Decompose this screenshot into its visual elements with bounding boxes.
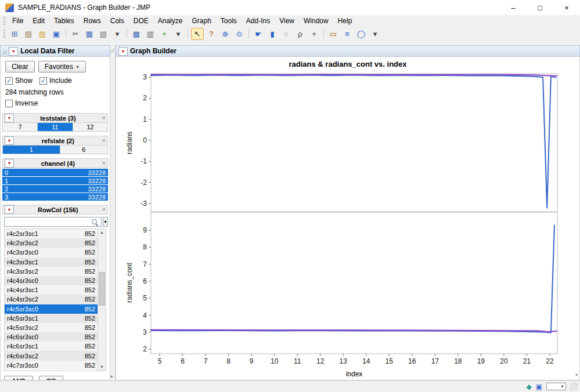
shape-dropdown-icon[interactable]: ▾ (369, 28, 381, 40)
collapse-triangle-icon[interactable]: ◿ (110, 48, 114, 53)
copy-icon[interactable]: ▦ (83, 28, 96, 40)
add-graph-icon[interactable]: + (158, 28, 171, 40)
view-selector[interactable]: ▼ (546, 383, 566, 390)
menu-grip[interactable] (3, 17, 5, 25)
paste-dropdown-icon[interactable]: ▾ (111, 28, 124, 40)
rowcol-list-item[interactable]: r4c5sr3sc1852 (5, 314, 98, 323)
rowcol-list-item[interactable]: r4c6sr3sc0852 (5, 332, 98, 342)
close-icon[interactable]: × (102, 206, 106, 213)
rowcol-list-item[interactable]: r4c3sr3sc0852 (5, 248, 98, 257)
annotate-tool-icon[interactable]: ▭ (327, 28, 340, 40)
rowcol-list-item[interactable]: r4c4sr3sc0852 (5, 276, 98, 285)
magnifier-tool-icon[interactable]: ρ (294, 28, 307, 40)
channel-row[interactable]: 0 33228 (2, 169, 108, 176)
collapse-triangle-icon[interactable]: ◿ (3, 49, 6, 54)
rowcol-list-item[interactable]: r4c3sr3sc2852 (5, 267, 98, 276)
open-icon[interactable]: ▥ (36, 28, 49, 40)
close-icon[interactable]: × (102, 115, 106, 121)
show-checkbox[interactable]: ✓ Show (5, 77, 33, 85)
refstate-segment-6[interactable]: 6 (60, 146, 107, 154)
menu-graph[interactable]: Graph (187, 16, 215, 26)
refstate-red-triangle-menu[interactable]: ▼ (5, 136, 14, 145)
rowcol-list-item[interactable]: r4c2sr3sc2852 (5, 238, 98, 248)
menu-edit[interactable]: Edit (28, 16, 49, 26)
menu-view[interactable]: View (275, 16, 299, 26)
scroll-down-icon[interactable]: ▾ (110, 374, 113, 379)
arrow-tool-icon[interactable]: ↖ (191, 28, 204, 40)
menu-tables[interactable]: Tables (49, 16, 79, 26)
resize-grip[interactable] (570, 383, 578, 390)
maximize-button[interactable]: □ (527, 0, 553, 15)
favorites-button[interactable]: Favorites ▼ (38, 61, 86, 72)
minimize-button[interactable]: – (500, 0, 527, 15)
rowcol-scrollbar[interactable]: ▴ ▾ (98, 229, 106, 371)
teststate-red-triangle-menu[interactable]: ▼ (5, 114, 14, 122)
channel-red-triangle-menu[interactable]: ▼ (5, 159, 14, 168)
table-view-icon[interactable]: ▩ (130, 28, 143, 40)
close-button[interactable]: × (553, 0, 580, 15)
refstate-segment-1[interactable]: 1 (3, 146, 60, 154)
menu-window[interactable]: Window (299, 16, 333, 26)
rowcol-list-item[interactable]: r4c3sr3sc1852 (5, 257, 98, 267)
new-data-table-icon[interactable]: ⊞ (8, 28, 21, 40)
menu-doe[interactable]: DOE (129, 16, 153, 26)
crosshair-tool-icon[interactable]: + (308, 28, 320, 40)
rowcol-list-item-selected[interactable]: r4c5sr3sc0852 (5, 304, 98, 314)
and-button[interactable]: AND (4, 376, 33, 380)
channel-row[interactable]: 1 33228 (2, 177, 108, 184)
new-journal-icon[interactable]: ▤ (22, 28, 35, 40)
close-icon[interactable]: × (102, 137, 106, 144)
panel-splitter[interactable]: ◿ ▾ (110, 45, 115, 380)
graph-canvas[interactable]: 3210-1-2-3987654325678910111213141516171… (116, 57, 580, 380)
cut-icon[interactable]: ✂ (69, 28, 82, 40)
rowcol-list-item[interactable]: r4c2sr3sc1852 (5, 229, 98, 238)
rowcol-list-item[interactable]: r4c6sr3sc2852 (5, 351, 98, 360)
series-radians-blue[interactable] (151, 75, 556, 208)
toolbar-grip[interactable] (3, 30, 5, 38)
or-button[interactable]: OR (39, 376, 64, 380)
teststate-segment-7[interactable]: 7 (3, 123, 38, 131)
include-checkbox[interactable]: ✓ Include (39, 77, 72, 85)
rowcol-list-item[interactable]: r4c7sr3sc0852 (5, 361, 98, 370)
menu-rows[interactable]: Rows (79, 16, 106, 26)
help-tool-icon[interactable]: ? (205, 28, 218, 40)
lasso-tool-icon[interactable]: ◌ (280, 28, 293, 40)
line-format-icon[interactable]: ≡ (341, 28, 354, 40)
channel-row[interactable]: 2 33228 (2, 185, 108, 193)
menu-tools[interactable]: Tools (216, 16, 242, 26)
paste-icon[interactable]: ▧ (97, 28, 110, 40)
filter-red-triangle-menu[interactable]: ▼ (9, 47, 18, 56)
search-dropdown-button[interactable]: ▼ (103, 217, 108, 227)
add-dropdown-icon[interactable]: ▾ (172, 28, 185, 40)
rowcol-search-input[interactable] (7, 218, 92, 226)
shape-tool-icon[interactable]: ◯ (355, 28, 368, 40)
rowcol-list-item[interactable]: r4c4sr3sc1852 (5, 285, 98, 295)
scrollbar-thumb[interactable] (99, 272, 105, 306)
menu-addins[interactable]: Add-Ins (242, 16, 275, 26)
scroll-down-icon[interactable]: ▾ (98, 364, 106, 371)
close-icon[interactable]: × (102, 160, 106, 166)
brush-tool-icon[interactable]: ▮ (266, 28, 279, 40)
scroll-down-icon[interactable]: ▾ (575, 372, 578, 378)
move-tool-icon[interactable]: ⊕ (219, 28, 232, 40)
save-icon[interactable]: ▣ (50, 28, 63, 40)
menu-analyze[interactable]: Analyze (153, 16, 188, 26)
inverse-checkbox[interactable]: Inverse (5, 99, 105, 107)
teststate-segment-12[interactable]: 12 (73, 123, 107, 131)
clear-button[interactable]: Clear (5, 61, 35, 72)
globe-tool-icon[interactable]: ⊙ (233, 28, 246, 40)
menu-help[interactable]: Help (333, 16, 357, 26)
channel-row[interactable]: 3 33228 (2, 193, 108, 201)
graph-red-triangle-menu[interactable]: ▼ (118, 47, 128, 56)
rowcol-list-item[interactable]: r4c5sr3sc2852 (5, 323, 98, 332)
menu-cols[interactable]: Cols (106, 16, 129, 26)
series-radians-cont-blue[interactable] (151, 225, 554, 332)
rowcol-red-triangle-menu[interactable]: ▼ (5, 205, 14, 214)
rowcol-list-item[interactable]: r4c6sr3sc1852 (5, 342, 98, 351)
column-info-icon[interactable]: ▥ (144, 28, 157, 40)
teststate-segment-11[interactable]: 11 (38, 123, 73, 131)
menu-file[interactable]: File (8, 16, 28, 26)
hand-tool-icon[interactable]: ☛ (252, 28, 265, 40)
rowcol-list-item[interactable]: r4c4sr3sc2852 (5, 295, 98, 304)
scroll-up-icon[interactable]: ▴ (98, 229, 106, 236)
